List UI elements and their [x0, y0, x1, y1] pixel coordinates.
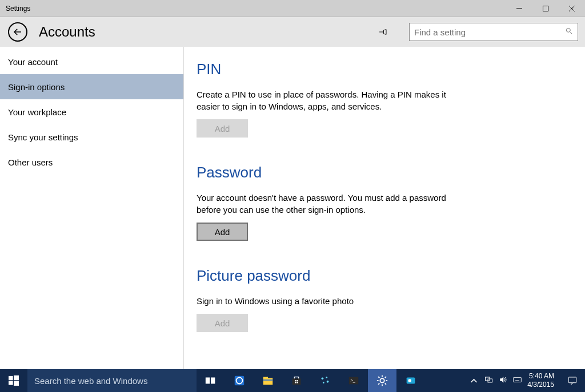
volume-icon[interactable]	[499, 375, 507, 386]
svg-rect-9	[9, 381, 13, 385]
svg-point-24	[326, 377, 327, 378]
action-center-icon[interactable]	[560, 369, 585, 392]
svg-rect-10	[14, 381, 19, 386]
sidebar-item-label: Your account	[8, 57, 58, 67]
sidebar-item-your-workplace[interactable]: Your workplace	[0, 99, 183, 124]
close-button[interactable]	[559, 0, 585, 17]
section-heading: PIN	[197, 60, 572, 78]
taskbar: Search the web and Windows >_	[0, 369, 585, 392]
svg-rect-7	[9, 376, 13, 380]
task-view-icon[interactable]	[197, 369, 225, 392]
taskbar-clock[interactable]: 5:40 AM 4/3/2015	[525, 369, 560, 392]
svg-rect-8	[14, 375, 19, 380]
svg-rect-16	[263, 377, 268, 379]
network-icon[interactable]	[484, 375, 493, 386]
section-password: Password Your account doesn't have a pas…	[197, 164, 572, 241]
svg-rect-17	[263, 379, 273, 381]
svg-line-6	[570, 32, 572, 34]
section-heading: Picture password	[197, 267, 572, 285]
content: PIN Create a PIN to use in place of pass…	[184, 47, 585, 369]
svg-rect-12	[211, 378, 215, 384]
app2-icon[interactable]	[396, 369, 425, 392]
taskbar-items: >_	[197, 369, 425, 392]
settings-window: Settings Accounts	[0, 0, 585, 369]
svg-rect-11	[206, 378, 210, 384]
start-button[interactable]	[0, 369, 27, 392]
svg-point-23	[322, 378, 324, 380]
window-controls	[506, 0, 585, 17]
clock-date: 4/3/2015	[527, 381, 554, 389]
section-description: Your account doesn't have a password. Yo…	[197, 192, 459, 216]
sidebar-item-label: Other users	[8, 157, 53, 167]
system-tray	[465, 369, 525, 392]
password-add-button[interactable]: Add	[197, 223, 248, 241]
back-button[interactable]	[8, 22, 27, 42]
section-pin: PIN Create a PIN to use in place of pass…	[197, 60, 572, 138]
sidebar-item-sign-in-options[interactable]: Sign-in options	[0, 74, 183, 99]
svg-line-34	[378, 377, 379, 378]
titlebar: Settings	[0, 0, 585, 17]
svg-rect-1	[543, 6, 548, 11]
maximize-button[interactable]	[532, 0, 559, 17]
svg-text:>_: >_	[351, 378, 356, 383]
header: Accounts	[0, 17, 585, 47]
svg-rect-49	[568, 377, 576, 383]
svg-marker-42	[500, 377, 504, 383]
svg-rect-19	[295, 380, 296, 381]
svg-line-37	[385, 377, 386, 378]
terminal-icon[interactable]: >_	[339, 369, 368, 392]
svg-point-29	[380, 378, 384, 382]
pin-icon[interactable]	[376, 27, 390, 37]
picture-add-button: Add	[197, 314, 248, 332]
section-heading: Password	[197, 164, 572, 181]
sidebar-item-your-account[interactable]: Your account	[0, 49, 183, 74]
body: Your account Sign-in options Your workpl…	[0, 47, 585, 369]
svg-line-36	[378, 383, 379, 385]
sidebar-item-label: Sync your settings	[8, 132, 78, 142]
search-icon	[565, 27, 573, 37]
sidebar-item-other-users[interactable]: Other users	[0, 149, 183, 175]
sidebar: Your account Sign-in options Your workpl…	[0, 47, 184, 369]
section-description: Create a PIN to use in place of password…	[197, 88, 459, 112]
section-description: Sign in to Windows using a favorite phot…	[197, 295, 459, 307]
svg-rect-20	[296, 380, 298, 381]
section-picture-password: Picture password Sign in to Windows usin…	[197, 267, 572, 332]
svg-point-26	[323, 382, 324, 383]
taskbar-spacer	[425, 369, 465, 392]
sidebar-item-label: Your workplace	[8, 107, 66, 117]
settings-taskbar-icon[interactable]	[368, 369, 396, 392]
svg-point-25	[327, 381, 329, 383]
store-icon[interactable]	[282, 369, 311, 392]
taskbar-search[interactable]: Search the web and Windows	[27, 369, 197, 392]
taskbar-search-placeholder: Search the web and Windows	[34, 376, 147, 386]
search-box[interactable]	[409, 23, 578, 41]
sidebar-item-sync-your-settings[interactable]: Sync your settings	[0, 124, 183, 149]
app-icon[interactable]	[311, 369, 339, 392]
window-title: Settings	[6, 5, 506, 13]
search-input[interactable]	[414, 27, 565, 37]
minimize-button[interactable]	[506, 0, 532, 17]
file-explorer-icon[interactable]	[254, 369, 282, 392]
svg-line-35	[385, 383, 386, 385]
tray-overflow-icon[interactable]	[468, 377, 479, 385]
keyboard-icon[interactable]	[513, 375, 522, 386]
svg-rect-18	[292, 378, 301, 385]
svg-rect-43	[514, 377, 522, 382]
edge-icon[interactable]	[225, 369, 254, 392]
page-title: Accounts	[39, 24, 364, 40]
svg-point-5	[566, 28, 570, 32]
pin-add-button: Add	[197, 119, 248, 138]
clock-time: 5:40 AM	[527, 372, 554, 381]
svg-rect-21	[295, 382, 296, 383]
sidebar-item-label: Sign-in options	[8, 82, 65, 92]
svg-point-39	[408, 379, 411, 382]
svg-rect-22	[296, 382, 298, 383]
